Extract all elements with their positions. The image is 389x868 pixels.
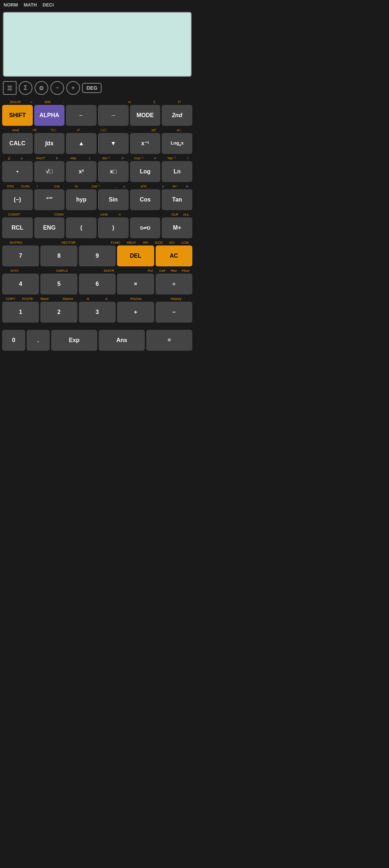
plus-button[interactable]: + [117,302,154,323]
left-arrow-button[interactable]: ← [66,105,97,126]
sd-button[interactable]: S⇌D [130,217,161,238]
row-8-buttons: 1 2 3 + − [2,302,192,323]
sigma-icon-button[interactable]: Σ [19,81,32,95]
hyp-button[interactable]: hyp [66,189,97,210]
sec-colon: : [60,100,68,104]
1-button[interactable]: 1 [2,302,39,323]
close-paren-button[interactable]: ) [98,217,129,238]
ln-button[interactable]: Ln [162,161,192,182]
7-button[interactable]: 7 [2,245,39,266]
sec-b: b [53,156,61,160]
mode-button[interactable]: MODE [130,105,161,126]
sec-i: i [33,184,42,188]
shift-button[interactable]: SHIFT [2,105,33,126]
up-arrow-button[interactable]: ▲ [66,133,97,154]
3-button[interactable]: 3 [79,302,116,323]
eng-button[interactable]: ENG [34,217,65,238]
sec-ran: Ran# [37,297,53,301]
x-power-button[interactable]: x□ [98,161,129,182]
sec-divr: ÷R [28,128,41,132]
minus-circle-button[interactable]: − [50,81,64,95]
sec-gcd: GCD [152,240,165,244]
9-button[interactable]: 9 [79,245,116,266]
menu-icon-button[interactable]: ☰ [3,81,17,95]
sec-cbrt: ³√□ [41,128,66,132]
down-arrow-button[interactable]: ▼ [98,133,129,154]
8-button[interactable]: 8 [40,245,77,266]
open-paren-button[interactable]: ( [66,217,97,238]
cos-button[interactable]: Cos [130,189,161,210]
dms-button[interactable]: °'" [34,189,65,210]
rcl-button[interactable]: RCL [2,217,33,238]
integral-button[interactable]: ∫dx [34,133,65,154]
divide-button[interactable]: ÷ [156,274,192,294]
menu-norm[interactable]: NORM [4,2,18,8]
ac-button[interactable]: AC [156,245,192,266]
decimal-button[interactable]: . [27,330,50,351]
row-4-group: STO CLRv i Cot % Cot⁻¹ , x aᵇ/c y M− m (… [2,183,192,210]
sec-all: ALL [180,212,192,216]
deg-button[interactable]: DEG [82,83,102,93]
0-button[interactable]: 0 [2,330,25,351]
ans-button[interactable]: Ans [99,330,145,351]
sec-e-const: e [102,297,111,301]
sec-a: a [15,156,28,160]
5-button[interactable]: 5 [40,274,77,294]
negate-button[interactable]: (−) [2,189,33,210]
equals-button[interactable]: = [146,330,192,351]
gear-icon-button[interactable]: ⚙ [35,81,48,95]
multiply-button[interactable]: × [117,274,154,294]
log-button[interactable]: Log [130,161,161,182]
sec-ddx: d/dx [35,100,60,104]
sec-preans: PreAns [120,297,151,301]
sec-distr: DISTR [97,269,121,273]
sec-angle: ∠ [3,156,15,160]
row-7-seclabels: STAT CMPLX DISTR Pol Ceil Rec Floor [2,267,192,274]
right-arrow-button[interactable]: → [98,105,129,126]
sec-stat: STAT [3,269,27,273]
mplus-button[interactable]: M+ [162,217,192,238]
calc-button[interactable]: CALC [2,133,33,154]
menu-math[interactable]: MATH [24,2,37,8]
menu-deci[interactable]: DECI [43,2,54,8]
row-6-group: MATRIX VECTOR FUNC HELP nPr GCD nCr LCM … [2,239,192,266]
sec-xfact: x! [117,100,142,104]
sec-inf: ∞ [115,212,124,216]
sqrt-button[interactable]: √□ [34,161,65,182]
sec-floor: Floor [180,269,192,273]
top-menu: NORM MATH DECI [0,0,194,10]
row-8-seclabels: COPY PASTE Ran# RanInt π e PreAns Histor… [2,295,192,302]
2nd-button[interactable]: 2nd [162,105,192,126]
icon-row: ☰ Σ ⚙ − + DEG [0,79,194,97]
4-button[interactable]: 4 [2,274,39,294]
sec-mminus: M− [167,184,183,188]
logax-button[interactable]: Logax [162,133,192,154]
sec-abs: Abs [61,156,86,160]
sec-ex: e□ [166,128,192,132]
x-squared-button[interactable]: x² [66,161,97,182]
sin-button[interactable]: Sin [98,189,129,210]
row-7-buttons: 4 5 6 × ÷ [2,274,192,294]
sec-tan-inv: Tan⁻¹ [159,156,184,160]
del-button[interactable]: DEL [117,245,154,266]
calculator-display [3,12,192,77]
row-3-buttons: ▪ √□ x² x□ Log Ln [2,161,192,182]
x-inverse-button[interactable]: x⁻¹ [130,133,161,154]
exp-button[interactable]: Exp [51,330,97,351]
sec-eq: = [28,100,35,104]
row-8-group: COPY PASTE Ran# RanInt π e PreAns Histor… [2,295,192,323]
row-4-seclabels: STO CLRv i Cot % Cot⁻¹ , x aᵇ/c y M− m [2,183,192,189]
row-6-buttons: 7 8 9 DEL AC [2,245,192,266]
alpha-button[interactable]: ALPHA [34,105,65,126]
row-9-group: 0 . Exp Ans = [2,323,192,351]
sec-solve: SOLVE [3,100,28,104]
minus-button[interactable]: − [156,302,192,323]
plus-circle-button[interactable]: + [66,81,80,95]
sec-x3: x³ [66,128,91,132]
fraction-button[interactable]: ▪ [2,161,33,182]
tan-button[interactable]: Tan [162,189,192,210]
row-3-group: ∠ a FACT b Abs c Sin⁻¹ d Cos⁻¹ e Tan⁻¹ f… [2,155,192,182]
6-button[interactable]: 6 [79,274,116,294]
sec-pct: % [72,184,81,188]
2-button[interactable]: 2 [40,302,77,323]
